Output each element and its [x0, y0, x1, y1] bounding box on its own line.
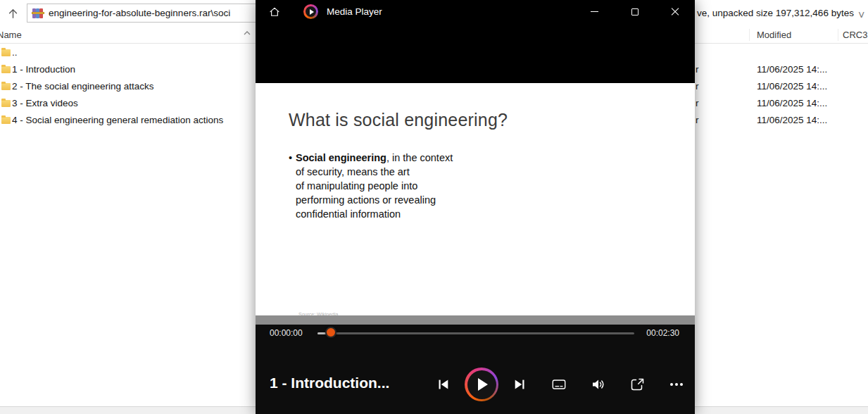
- slide-bullet-text: • Social engineering, in the context of …: [289, 151, 453, 221]
- seek-handle[interactable]: [325, 327, 336, 338]
- file-name: 1 - Introduction: [12, 64, 75, 75]
- close-button[interactable]: [655, 0, 695, 23]
- column-header-name[interactable]: Name: [0, 30, 22, 40]
- volume-button[interactable]: [590, 376, 607, 393]
- video-footer-band: [256, 315, 695, 325]
- duration-time: 00:02:30: [646, 328, 679, 338]
- seek-bar-row: 00:00:00 00:02:30: [256, 327, 695, 339]
- video-letterbox[interactable]: [256, 23, 695, 83]
- file-name: ..: [12, 47, 18, 58]
- file-modified: 11/06/2025 14:...: [757, 81, 827, 92]
- bullet-line-5: confidential information: [296, 207, 453, 221]
- play-icon: [478, 378, 488, 391]
- archive-info-text: ve, unpacked size 197,312,466 bytes: [697, 8, 854, 18]
- folder-icon: [1, 83, 11, 90]
- play-button[interactable]: [465, 368, 498, 401]
- close-icon: [671, 8, 679, 16]
- file-type-fragment: r: [696, 98, 699, 108]
- bullet-marker: •: [289, 151, 292, 165]
- seek-track[interactable]: [317, 332, 634, 334]
- subtitles-button[interactable]: [551, 377, 567, 392]
- folder-icon: [1, 49, 11, 56]
- sort-ascending-icon: [244, 27, 251, 37]
- file-modified: 11/06/2025 14:...: [757, 64, 827, 75]
- minimize-icon: [591, 11, 598, 12]
- more-options-icon: [670, 383, 673, 386]
- slide-title: What is social engineering?: [289, 110, 508, 130]
- mini-player-icon: [629, 376, 646, 393]
- column-separator: [749, 29, 750, 41]
- volume-icon: [590, 376, 607, 393]
- maximize-button[interactable]: [615, 0, 655, 23]
- file-modified: 11/06/2025 14:...: [757, 98, 827, 108]
- video-slide[interactable]: What is social engineering? • Social eng…: [256, 83, 695, 315]
- subtitles-icon: [551, 377, 567, 392]
- column-separator: [838, 29, 838, 41]
- home-button[interactable]: [264, 0, 285, 23]
- bullet-line-3: of manipulating people into: [296, 179, 453, 193]
- winrar-archive-icon: [32, 8, 44, 18]
- folder-icon: [1, 117, 11, 124]
- up-directory-button[interactable]: [4, 5, 21, 22]
- file-name: 2 - The social engineering attacks: [12, 81, 154, 92]
- mini-player-button[interactable]: [629, 376, 646, 393]
- bullet-line-1: , in the context: [386, 152, 453, 163]
- address-path: engineering-for-absolute-beginners.rar\s…: [49, 8, 230, 18]
- up-arrow-icon: [7, 8, 19, 20]
- previous-track-button[interactable]: [435, 377, 451, 392]
- folder-icon: [1, 66, 11, 73]
- player-controls: 1 - Introduction...: [256, 344, 695, 414]
- next-track-button[interactable]: [512, 377, 528, 392]
- bullet-line-4: performing actions or revealing: [296, 193, 453, 207]
- bullet-bold-text: Social engineering: [296, 152, 386, 163]
- player-titlebar: Media Player: [256, 0, 695, 23]
- minimize-button[interactable]: [574, 0, 615, 23]
- media-player-window: Media Player What is social engineering?…: [256, 0, 695, 414]
- folder-icon: [1, 100, 11, 107]
- now-playing-title: 1 - Introduction...: [270, 375, 389, 391]
- file-name: 3 - Extra videos: [12, 98, 78, 108]
- column-header-modified[interactable]: Modified: [757, 30, 791, 40]
- file-type-fragment: r: [696, 81, 699, 92]
- bullet-line-2: of security, means the art: [296, 165, 453, 179]
- next-track-icon: [512, 377, 528, 392]
- column-header-crc[interactable]: CRC3: [843, 30, 867, 40]
- file-type-fragment: r: [696, 64, 699, 75]
- address-dropdown-chevron[interactable]: ˅: [858, 9, 864, 22]
- window-title: Media Player: [327, 6, 382, 17]
- media-player-app-icon: [303, 4, 318, 19]
- file-type-fragment: r: [696, 115, 699, 125]
- home-icon: [268, 6, 281, 18]
- elapsed-time: 00:00:00: [270, 328, 303, 338]
- previous-track-icon: [435, 377, 451, 392]
- maximize-icon: [631, 8, 639, 15]
- file-name: 4 - Social engineering general remediati…: [12, 115, 223, 125]
- file-modified: 11/06/2025 14:...: [757, 115, 827, 125]
- more-options-button[interactable]: [669, 381, 684, 388]
